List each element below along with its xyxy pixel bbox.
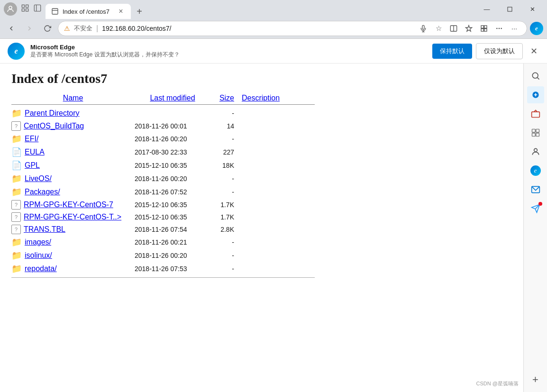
refresh-button[interactable] xyxy=(40,21,55,36)
sidebar-profile-button[interactable] xyxy=(527,143,544,160)
sidebar-collections-button[interactable] xyxy=(527,124,544,141)
sidebar-edge-button[interactable]: e xyxy=(527,162,544,179)
file-modified-cell: 2018-11-26 00:20 xyxy=(135,252,210,259)
active-tab[interactable]: Index of /centos7 × xyxy=(46,4,131,19)
unknown-file-icon: ? xyxy=(11,225,21,234)
file-link[interactable]: CentOS_BuildTag xyxy=(24,122,84,130)
file-name-cell: 📁LiveOS/ xyxy=(11,173,135,184)
file-modified-cell: 2018-11-26 00:20 xyxy=(135,135,210,143)
column-header-modified[interactable]: Last modified xyxy=(135,94,210,102)
file-modified-cell: 2018-11-26 07:52 xyxy=(135,188,210,196)
collections-button[interactable] xyxy=(477,22,491,35)
address-warning-text: 不安全 xyxy=(74,24,92,33)
prompt-close-button[interactable]: ✕ xyxy=(529,44,539,58)
tab-title: Index of /centos7 xyxy=(63,8,113,15)
modified-sort-link[interactable]: Last modified xyxy=(150,94,195,102)
browser-content: Index of /centos7 Name Last modified Siz… xyxy=(0,64,523,392)
file-name-cell: ?TRANS.TBL xyxy=(11,225,135,234)
maximize-button[interactable] xyxy=(499,1,520,17)
keep-default-button[interactable]: 保持默认 xyxy=(432,44,472,59)
address-text[interactable]: 192.168.60.20/centos7/ xyxy=(102,25,413,32)
list-item: 📄GPL2015-12-10 06:3518K xyxy=(11,159,315,172)
split-screen-button[interactable] xyxy=(447,22,460,35)
svg-point-20 xyxy=(501,28,501,28)
tab-close-button[interactable]: × xyxy=(117,7,125,16)
file-link[interactable]: RPM-GPG-KEY-CentOS-T..> xyxy=(24,213,121,221)
svg-rect-9 xyxy=(508,7,512,11)
file-size-cell: - xyxy=(210,109,234,117)
svg-rect-2 xyxy=(26,5,28,7)
file-modified-cell: 2015-12-10 06:35 xyxy=(135,162,210,169)
back-button[interactable] xyxy=(4,21,19,36)
file-link[interactable]: Packages/ xyxy=(25,188,60,196)
prompt-title: Microsoft Edge xyxy=(30,44,427,51)
list-item: ?RPM-GPG-KEY-CentOS-T..>2015-12-10 06:35… xyxy=(11,211,315,223)
address-bar[interactable]: ⚠ 不安全 | 192.168.60.20/centos7/ ☆ xyxy=(58,21,527,36)
parent-dir-icon: 📁 xyxy=(11,108,22,119)
new-tab-button[interactable]: + xyxy=(133,5,146,18)
svg-point-0 xyxy=(9,6,12,9)
edge-logo-button[interactable]: e xyxy=(530,22,543,35)
forward-button[interactable] xyxy=(22,21,37,36)
file-link[interactable]: EULA xyxy=(25,148,45,156)
unknown-file-icon: ? xyxy=(11,200,21,210)
column-header-description[interactable]: Description xyxy=(234,94,315,102)
sidebar-copilot-button[interactable] xyxy=(527,86,544,103)
desc-sort-link[interactable]: Description xyxy=(242,94,280,102)
file-name-cell: 📄EULA xyxy=(11,147,135,157)
name-sort-link[interactable]: Name xyxy=(63,94,83,102)
file-link[interactable]: LiveOS/ xyxy=(25,174,52,183)
list-item: 📁images/2018-11-26 00:21- xyxy=(11,236,315,249)
right-nav: e xyxy=(530,22,543,35)
tab-grid-icon[interactable] xyxy=(21,4,29,15)
tab-bar: Index of /centos7 × + xyxy=(46,0,472,18)
edge-sidebar: e + xyxy=(523,64,547,392)
column-header-name[interactable]: Name xyxy=(11,94,135,102)
prompt-subtitle: 是否要将 Microsoft Edge 设置为默认浏览器，并保持不变？ xyxy=(30,51,427,59)
file-size-cell: 227 xyxy=(210,148,234,156)
sidebar-outlook-button[interactable] xyxy=(527,181,544,198)
sidebar-toggle-icon[interactable] xyxy=(33,4,42,15)
profile-icon[interactable] xyxy=(4,2,17,16)
sidebar-search-button[interactable] xyxy=(527,67,544,84)
favorites-star-button[interactable] xyxy=(462,22,475,35)
read-aloud-button[interactable] xyxy=(417,22,430,35)
address-separator: | xyxy=(96,24,98,33)
file-link[interactable]: images/ xyxy=(25,238,51,246)
svg-point-21 xyxy=(532,73,538,78)
folder-icon: 📁 xyxy=(11,134,22,144)
file-list: 📁Parent Directory-?CentOS_BuildTag2018-1… xyxy=(11,107,512,275)
svg-rect-5 xyxy=(34,5,41,11)
favorites-button[interactable]: ☆ xyxy=(432,22,445,35)
file-modified-cell: 2015-12-10 06:35 xyxy=(135,201,210,209)
folder-icon: 📁 xyxy=(11,237,22,247)
file-link[interactable]: TRANS.TBL xyxy=(24,225,65,234)
sidebar-favorites-button[interactable] xyxy=(527,105,544,122)
file-name-cell: 📁repodata/ xyxy=(11,264,135,274)
file-link[interactable]: EFI/ xyxy=(25,135,38,143)
size-sort-link[interactable]: Size xyxy=(219,94,234,102)
svg-point-18 xyxy=(497,28,497,28)
sidebar-telegram-button[interactable] xyxy=(527,200,544,217)
file-link[interactable]: isolinux/ xyxy=(25,251,52,260)
more-options-button[interactable]: ··· xyxy=(508,22,521,35)
column-header-size[interactable]: Size xyxy=(210,94,234,102)
file-link[interactable]: repodata/ xyxy=(25,264,57,273)
list-item: 📁Packages/2018-11-26 07:52- xyxy=(11,185,315,199)
list-item: 📁EFI/2018-11-26 00:20- xyxy=(11,132,315,146)
file-size-cell: 2.8K xyxy=(210,226,234,233)
tab-favicon xyxy=(51,8,59,15)
file-link[interactable]: RPM-GPG-KEY-CentOS-7 xyxy=(24,201,113,209)
svg-rect-26 xyxy=(532,133,535,137)
file-link[interactable]: Parent Directory xyxy=(25,109,80,118)
edge-actions-button[interactable] xyxy=(492,22,506,35)
sidebar-add-button[interactable]: + xyxy=(527,371,544,388)
close-button[interactable]: ✕ xyxy=(521,1,543,17)
svg-point-28 xyxy=(534,148,537,152)
minimize-button[interactable]: — xyxy=(476,1,498,17)
svg-rect-24 xyxy=(532,129,535,133)
list-item: 📁isolinux/2018-11-26 00:20- xyxy=(11,249,315,262)
set-default-button[interactable]: 仅设为默认 xyxy=(476,43,523,59)
file-link[interactable]: GPL xyxy=(25,161,40,170)
watermark: CSDN @星弧喃落 xyxy=(476,380,519,387)
